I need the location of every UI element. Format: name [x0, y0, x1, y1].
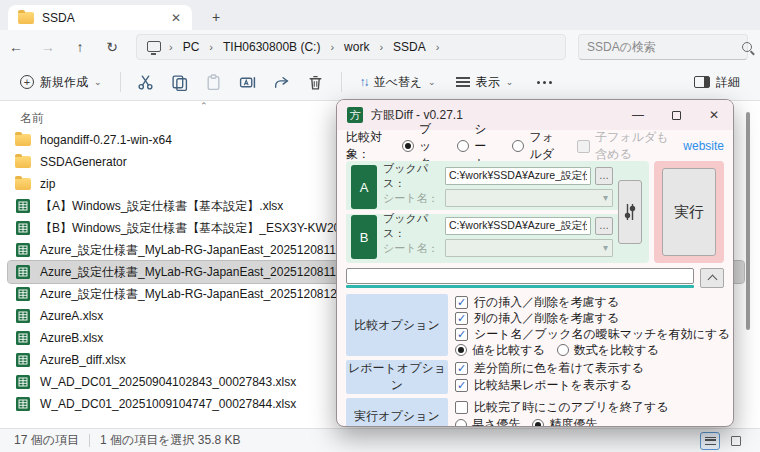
list-view-toggle[interactable]: [700, 432, 720, 450]
column-header-name[interactable]: 名前: [20, 110, 44, 127]
radio-icon: [512, 140, 524, 152]
book-a-path-input[interactable]: [445, 167, 591, 185]
option-label: 行の挿入／削除を考慮する: [474, 294, 619, 311]
dialog-title-bar[interactable]: 方 方眼Diff - v0.27.1 — ✕: [337, 100, 733, 130]
option-exit-after-compare[interactable]: 比較完了時にこのアプリを終了する: [455, 399, 730, 415]
breadcrumb-item-pc[interactable]: PC: [177, 40, 206, 54]
new-item-button[interactable]: + 新規作成 ⌄: [12, 69, 110, 96]
large-icons-view-toggle[interactable]: [726, 432, 746, 450]
copy-icon[interactable]: [165, 68, 195, 97]
up-icon[interactable]: ↑: [64, 39, 96, 55]
book-b-path-label: ブックパス：: [383, 211, 441, 241]
chevron-right-icon: ›: [207, 41, 215, 53]
swap-ab-button[interactable]: [618, 180, 642, 244]
share-icon[interactable]: [267, 68, 297, 97]
items-count: 17 個の項目: [14, 432, 79, 449]
this-pc-icon[interactable]: [147, 41, 161, 52]
radio-compare-formulas[interactable]: 数式を比較する: [557, 342, 659, 359]
more-options-button[interactable]: [525, 76, 564, 89]
file-name: AzureA.xlsx: [40, 309, 103, 323]
breadcrumb-item-drive[interactable]: TIH0630800B (C:): [217, 40, 326, 54]
excel-file-icon: [16, 397, 30, 411]
minimize-icon[interactable]: —: [623, 103, 653, 127]
breadcrumb-item-ssda[interactable]: SSDA: [387, 40, 432, 54]
book-b-path-input[interactable]: [445, 217, 591, 235]
run-options-label: 実行オプション: [346, 398, 448, 427]
excel-file-icon: [16, 199, 30, 213]
option-label: 差分箇所に色を着けて表示する: [474, 360, 644, 377]
file-icon-slot: [14, 199, 31, 213]
compare-options-label: 比較オプション: [346, 294, 448, 356]
large-icons-view-icon: [731, 436, 741, 446]
view-label: 表示: [476, 74, 500, 91]
cut-icon[interactable]: [131, 68, 161, 97]
view-button[interactable]: 表示 ⌄: [448, 69, 522, 96]
sort-button[interactable]: ↑↓ 並べ替え ⌄: [352, 69, 444, 96]
include-subfolders-checkbox[interactable]: 子フォルダも含める: [577, 129, 675, 163]
refresh-icon[interactable]: ↻: [96, 39, 128, 55]
excel-file-icon: [16, 353, 30, 367]
file-icon-slot: [14, 287, 31, 301]
option-consider-col-insert[interactable]: 列の挿入／削除を考慮する: [455, 310, 730, 326]
file-name: W_AD_DC01_20251009104747_00027844.xlsx: [40, 397, 296, 411]
radio-accuracy-priority[interactable]: 精度優先: [532, 416, 597, 427]
back-icon[interactable]: ←: [0, 39, 32, 55]
radio-folder[interactable]: フォルダ: [512, 129, 563, 163]
rename-icon[interactable]: [233, 68, 263, 97]
details-pane-button[interactable]: 詳細: [686, 69, 748, 96]
book-a-sheet-combobox[interactable]: [445, 189, 613, 207]
vertical-scrollbar[interactable]: [746, 112, 750, 330]
maximize-icon[interactable]: [661, 103, 691, 127]
book-a-browse-button[interactable]: …: [595, 167, 613, 185]
new-tab-button[interactable]: +: [205, 6, 227, 28]
checkbox-icon: [577, 140, 590, 153]
chevron-right-icon: ›: [328, 41, 336, 53]
chevron-right-icon: ›: [377, 41, 385, 53]
breadcrumb-item-work[interactable]: work: [338, 40, 375, 54]
paste-icon[interactable]: [199, 68, 229, 97]
run-button[interactable]: 実行: [662, 168, 716, 256]
file-icon-slot: [14, 397, 31, 411]
option-fuzzy-match[interactable]: シート名／ブック名の曖昧マッチを有効にする: [455, 326, 730, 342]
option-label: シート名／ブック名の曖昧マッチを有効にする: [474, 326, 730, 343]
collapse-log-button[interactable]: [700, 268, 724, 288]
breadcrumb[interactable]: › PC › TIH0630800B (C:) › work › SSDA ›: [136, 34, 566, 60]
sort-ascending-icon[interactable]: ⌃: [200, 101, 208, 111]
explorer-tab[interactable]: SSDA ✕: [8, 5, 192, 30]
radio-label: 精度優先: [549, 416, 597, 427]
folder-icon: [15, 156, 31, 168]
book-input-panel: A ブックパス： … シート名：: [346, 161, 649, 263]
file-icon-slot: [14, 221, 31, 235]
book-b-sheet-combobox[interactable]: [445, 239, 613, 257]
file-icon-slot: [14, 134, 31, 146]
file-name: zip: [40, 177, 55, 191]
file-icon-slot: [14, 375, 31, 389]
tab-title: SSDA: [42, 11, 160, 25]
forward-icon[interactable]: →: [32, 39, 64, 55]
option-consider-row-insert[interactable]: 行の挿入／削除を考慮する: [455, 294, 730, 310]
tab-close-icon[interactable]: ✕: [168, 11, 184, 25]
website-link[interactable]: website: [683, 139, 724, 153]
chevron-down-icon: ⌄: [428, 77, 436, 87]
search-input[interactable]: [587, 40, 742, 54]
radio-icon: [455, 419, 467, 427]
book-b-browse-button[interactable]: …: [595, 217, 613, 235]
file-icon-slot: [14, 178, 31, 190]
toolbar-divider: [120, 72, 121, 92]
folder-icon: [15, 134, 31, 146]
option-color-diffs[interactable]: 差分箇所に色を着けて表示する: [455, 361, 730, 377]
search-box[interactable]: [578, 34, 748, 60]
option-show-report[interactable]: 比較結果レポートを表示する: [455, 377, 730, 393]
include-subfolders-label: 子フォルダも含める: [595, 129, 675, 163]
sort-label: 並べ替え: [374, 74, 423, 91]
checkbox-icon: [455, 328, 468, 341]
delete-icon[interactable]: [301, 68, 331, 97]
excel-file-icon: [16, 309, 30, 323]
radio-speed-priority[interactable]: 早さ優先: [455, 416, 520, 427]
book-b-sheet-label: シート名：: [383, 241, 441, 256]
radio-compare-values[interactable]: 値を比較する: [455, 342, 545, 359]
details-pane-icon: [694, 76, 710, 88]
folder-icon: [18, 12, 34, 24]
close-icon[interactable]: ✕: [699, 103, 729, 127]
book-b-badge: B: [351, 215, 377, 259]
